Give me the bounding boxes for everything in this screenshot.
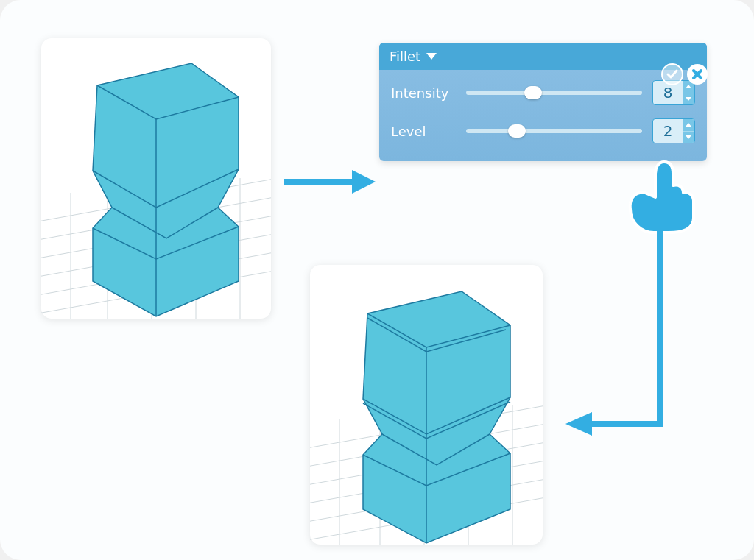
flow-arrow-down-left-icon (557, 231, 682, 444)
param-row-level: Level 2 (391, 118, 695, 143)
level-step-down[interactable] (683, 132, 694, 143)
level-slider[interactable] (466, 124, 642, 138)
model-preview-before (41, 38, 271, 319)
svg-marker-8 (566, 412, 592, 436)
confirm-icon[interactable] (661, 63, 683, 85)
svg-marker-0 (93, 63, 239, 316)
level-number-input[interactable]: 2 (652, 118, 695, 143)
dropdown-icon (426, 53, 437, 60)
diagram-canvas: Fillet Intensity 8 Level (0, 0, 754, 560)
pointer-hand-icon (620, 155, 701, 235)
panel-title: Fillet (390, 49, 420, 64)
intensity-step-down[interactable] (683, 93, 694, 105)
param-row-intensity: Intensity 8 (391, 80, 695, 105)
svg-marker-9 (363, 291, 510, 543)
model-preview-after (310, 265, 543, 545)
wireframe-model-icon (41, 38, 271, 319)
intensity-label: Intensity (391, 85, 456, 101)
fillet-tool-panel: Fillet Intensity 8 Level (379, 43, 707, 161)
flow-arrow-right-icon (281, 164, 377, 199)
intensity-slider[interactable] (466, 85, 642, 100)
close-icon[interactable] (686, 63, 708, 85)
svg-marker-2 (352, 170, 376, 194)
level-step-up[interactable] (683, 119, 694, 132)
panel-header[interactable]: Fillet (379, 43, 707, 70)
level-label: Level (391, 124, 456, 139)
wireframe-model-icon (310, 265, 543, 545)
level-value: 2 (653, 119, 683, 143)
